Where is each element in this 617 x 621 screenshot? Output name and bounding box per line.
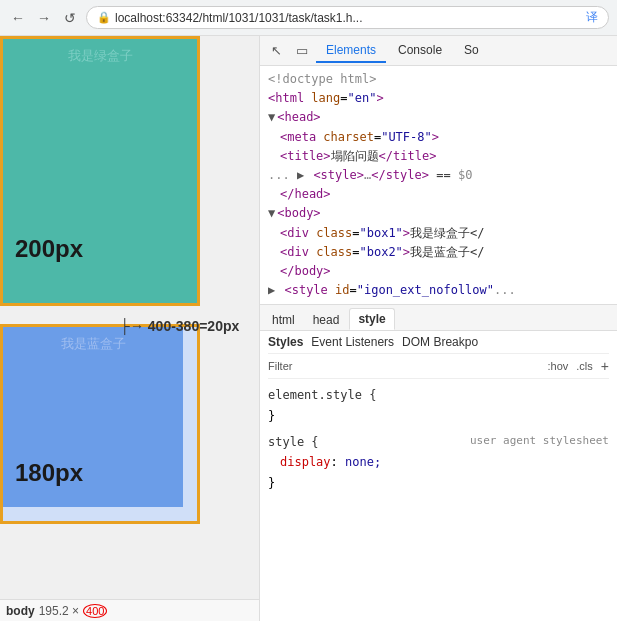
event-listeners-tab[interactable]: Event Listeners bbox=[311, 335, 394, 349]
style-selector-element: element.style { bbox=[268, 385, 609, 405]
html-line-div2: <div class="box2">我是蓝盒子</ bbox=[268, 243, 609, 262]
style-close-element: } bbox=[268, 406, 609, 426]
arrow-annotation: ├→ 400-380=20px bbox=[120, 318, 239, 334]
html-line-div1: <div class="box1">我是绿盒子</ bbox=[268, 224, 609, 243]
tab-html[interactable]: html bbox=[264, 310, 303, 330]
cursor-icon[interactable]: ↖ bbox=[264, 39, 288, 63]
html-line-head: ▼<head> bbox=[268, 108, 609, 127]
devtools-top-tabs: ↖ ▭ Elements Console So bbox=[260, 36, 617, 66]
html-line-meta: <meta charset="UTF-8"> bbox=[268, 128, 609, 147]
dom-breakpoints-tab[interactable]: DOM Breakpo bbox=[402, 335, 478, 349]
green-box-label: 我是绿盒子 bbox=[3, 39, 197, 65]
arrow-text: ├→ 400-380=20px bbox=[120, 318, 239, 334]
html-line-body-close: </body> bbox=[268, 262, 609, 281]
html-line-head-close: </head> bbox=[268, 185, 609, 204]
style-selector-useragent: style { user agent stylesheet bbox=[268, 432, 609, 452]
blue-box-size: 180px bbox=[15, 459, 83, 487]
translate-icon[interactable]: 译 bbox=[586, 9, 598, 26]
html-line-doctype: <!doctype html> bbox=[268, 70, 609, 89]
html-line-body: ▼<body> bbox=[268, 204, 609, 223]
tab-head[interactable]: head bbox=[305, 310, 348, 330]
webpage-preview: 我是绿盒子 200px ├→ 400-380=20px 我是蓝盒子 180px … bbox=[0, 36, 260, 621]
styles-header: Styles Event Listeners DOM Breakpo bbox=[268, 335, 609, 354]
html-source: <!doctype html> <html lang="en"> ▼<head>… bbox=[260, 66, 617, 305]
status-element: body bbox=[6, 604, 35, 618]
cls-label[interactable]: .cls bbox=[576, 360, 593, 372]
style-prop-display: display: none; bbox=[268, 452, 609, 472]
device-icon[interactable]: ▭ bbox=[290, 39, 314, 63]
status-highlight: 400 bbox=[83, 604, 107, 618]
style-rule-useragent: style { user agent stylesheet display: n… bbox=[268, 432, 609, 493]
style-rule-element: element.style { } bbox=[268, 385, 609, 426]
html-line-title: <title>塌陷问题</title> bbox=[268, 147, 609, 166]
styles-panel: Styles Event Listeners DOM Breakpo Filte… bbox=[260, 331, 617, 621]
back-button[interactable]: ← bbox=[8, 8, 28, 28]
tab-sources[interactable]: So bbox=[454, 39, 489, 63]
filter-label: Filter bbox=[268, 360, 292, 372]
main-area: 我是绿盒子 200px ├→ 400-380=20px 我是蓝盒子 180px … bbox=[0, 36, 617, 621]
status-dims: 195.2 × bbox=[39, 604, 79, 618]
tab-console[interactable]: Console bbox=[388, 39, 452, 63]
plus-button[interactable]: + bbox=[601, 358, 609, 374]
green-box-size: 200px bbox=[15, 235, 83, 263]
blue-box: 我是蓝盒子 180px bbox=[3, 327, 183, 507]
devtools-panel: ↖ ▭ Elements Console So <!doctype html> … bbox=[260, 36, 617, 621]
tab-style[interactable]: style bbox=[349, 308, 394, 330]
browser-chrome: ← → ↺ 🔒 localhost:63342/html/1031/1031/t… bbox=[0, 0, 617, 36]
status-bar: body 195.2 × 400 bbox=[0, 599, 259, 621]
tab-elements[interactable]: Elements bbox=[316, 39, 386, 63]
reload-button[interactable]: ↺ bbox=[60, 8, 80, 28]
hov-label[interactable]: :hov bbox=[548, 360, 569, 372]
blue-box-wrapper: 我是蓝盒子 180px bbox=[0, 324, 200, 524]
address-bar[interactable]: 🔒 localhost:63342/html/1031/1031/task/ta… bbox=[86, 6, 609, 29]
address-text: localhost:63342/html/1031/1031/task/task… bbox=[115, 11, 363, 25]
html-line-style2: ▶ <style id="igon_ext_nofollow"... bbox=[268, 281, 609, 300]
html-line-html: <html lang="en"> bbox=[268, 89, 609, 108]
forward-button[interactable]: → bbox=[34, 8, 54, 28]
html-line-style-collapsed: ... ▶ <style>…</style> == $0 bbox=[268, 166, 609, 185]
green-box: 我是绿盒子 200px bbox=[0, 36, 200, 306]
style-close-useragent: } bbox=[268, 473, 609, 493]
styles-label: Styles bbox=[268, 335, 303, 349]
lock-icon: 🔒 bbox=[97, 11, 111, 24]
devtools-bottom-tabs: html head style bbox=[260, 305, 617, 331]
